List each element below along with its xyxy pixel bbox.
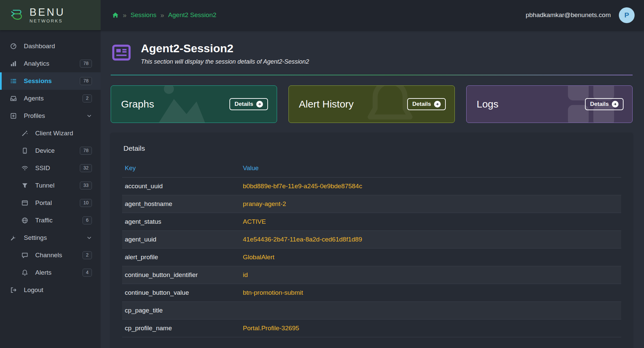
card-title: Alert History xyxy=(299,98,354,110)
brand-subname: NETWORKS xyxy=(30,19,65,23)
sidebar-item-label: Portal xyxy=(35,199,52,207)
page-title: Agent2-Session2 xyxy=(141,42,309,55)
row-value: btn-promotion-submit xyxy=(240,284,621,302)
device-icon xyxy=(21,147,30,154)
agents-icon xyxy=(10,95,18,102)
sidebar-item-label: Agents xyxy=(24,95,44,102)
window-icon xyxy=(21,200,30,206)
sidebar-item-client-wizard[interactable]: Client Wizard xyxy=(0,125,101,142)
row-value: b0bd889e-bf7e-11e9-a245-0e9bde87584c xyxy=(240,178,621,195)
sidebar-item-logout[interactable]: Logout xyxy=(0,281,101,299)
benu-bird-icon xyxy=(9,7,25,23)
count-badge: 2 xyxy=(83,94,92,102)
brand-name: BENU xyxy=(30,7,65,17)
card-alert-history: Alert History Details xyxy=(288,85,455,123)
graphs-details-button[interactable]: Details xyxy=(229,98,268,110)
alert-history-details-button[interactable]: Details xyxy=(407,98,446,110)
sidebar-item-analytics[interactable]: Analytics 78 xyxy=(0,55,101,72)
table-row: account_uuid b0bd889e-bf7e-11e9-a245-0e9… xyxy=(122,178,621,195)
main-content: Agent2-Session2 This section will displa… xyxy=(101,30,644,348)
avatar[interactable]: P xyxy=(619,7,635,23)
count-badge: 6 xyxy=(83,216,92,224)
page-header: Agent2-Session2 This section will displa… xyxy=(111,42,633,65)
row-key: continue_button_identifier xyxy=(122,266,240,284)
sidebar-item-settings[interactable]: Settings xyxy=(0,229,101,247)
count-badge: 4 xyxy=(83,269,92,276)
sidebar-item-label: Client Wizard xyxy=(35,130,73,137)
bell-icon xyxy=(21,269,30,276)
funnel-icon xyxy=(21,182,30,189)
sidebar-item-label: Tunnel xyxy=(35,182,54,189)
summary-cards: Graphs Details Alert History Details Log… xyxy=(111,85,633,123)
table-row: cp_page_title xyxy=(122,302,621,320)
chevron-down-icon xyxy=(87,235,92,240)
count-badge: 32 xyxy=(80,164,92,172)
arrow-circle-right-icon xyxy=(256,101,263,108)
sidebar-item-ssid[interactable]: SSID 32 xyxy=(0,159,101,177)
sidebar-item-profiles[interactable]: Profiles xyxy=(0,107,101,125)
table-row: continue_button_value btn-promotion-subm… xyxy=(122,284,621,302)
logs-details-button[interactable]: Details xyxy=(585,98,624,110)
table-row: cp_profile_name Portal.Profile-32695 xyxy=(122,320,621,337)
breadcrumb-separator: » xyxy=(123,11,126,19)
column-header-value[interactable]: Value xyxy=(240,160,621,178)
breadcrumb-link-1[interactable]: Agent2 Session2 xyxy=(168,11,216,19)
logout-icon xyxy=(10,287,18,293)
row-key: agent_status xyxy=(122,213,240,231)
count-badge: 78 xyxy=(80,77,92,85)
home-icon[interactable] xyxy=(112,12,119,18)
row-key: agent_hostname xyxy=(122,195,240,213)
sidebar-item-label: Sessions xyxy=(24,77,52,85)
details-heading: Details xyxy=(123,144,621,152)
table-row: continue_button_identifier id xyxy=(122,266,621,284)
page-subtitle: This section will display the session de… xyxy=(141,58,309,65)
count-badge: 33 xyxy=(80,182,92,189)
row-value: ACTIVE xyxy=(240,213,621,231)
sidebar-item-channels[interactable]: Channels 2 xyxy=(0,247,101,264)
analytics-icon xyxy=(10,60,18,67)
row-value xyxy=(240,302,621,320)
row-key: cp_page_title xyxy=(122,302,240,320)
breadcrumb-link-0[interactable]: Sessions xyxy=(130,11,156,19)
sidebar-item-agents[interactable]: Agents 2 xyxy=(0,90,101,107)
row-value: GlobalAlert xyxy=(240,249,621,266)
row-key: cp_profile_name xyxy=(122,320,240,337)
sidebar-item-label: Channels xyxy=(35,252,62,259)
chevron-down-icon xyxy=(87,113,92,119)
wrench-icon xyxy=(10,234,18,241)
sidebar-item-device[interactable]: Device 78 xyxy=(0,142,101,159)
wifi-icon xyxy=(21,165,30,171)
sidebar-item-tunnel[interactable]: Tunnel 33 xyxy=(0,177,101,194)
sidebar-item-label: Settings xyxy=(24,234,47,241)
row-value: Portal.Profile-32695 xyxy=(240,320,621,337)
row-value: pranay-agent-2 xyxy=(240,195,621,213)
row-value: 41e54436-2b47-11ea-8a2d-ced61d8f1d89 xyxy=(240,231,621,249)
sessions-icon xyxy=(10,78,18,84)
details-panel: Details Key Value account_uuid b0bd889e-… xyxy=(111,133,633,348)
card-graphs: Graphs Details xyxy=(111,85,277,123)
globe-icon xyxy=(21,217,30,224)
sidebar-item-sessions[interactable]: Sessions 78 xyxy=(0,72,101,90)
chart-watermark-icon xyxy=(151,85,212,123)
brand-logo[interactable]: BENU NETWORKS xyxy=(0,0,101,30)
sidebar-item-dashboard[interactable]: Dashboard xyxy=(0,38,101,55)
row-key: account_uuid xyxy=(122,178,240,195)
sidebar-item-traffic[interactable]: Traffic 6 xyxy=(0,212,101,229)
count-badge: 78 xyxy=(80,147,92,154)
column-header-key[interactable]: Key xyxy=(122,160,240,178)
card-logs: Logs Details xyxy=(466,85,633,123)
row-key: continue_button_value xyxy=(122,284,240,302)
count-badge: 2 xyxy=(83,251,92,259)
sidebar-item-alerts[interactable]: Alerts 4 xyxy=(0,264,101,281)
count-badge: 78 xyxy=(80,60,92,67)
row-key: agent_uuid xyxy=(122,231,240,249)
sidebar-item-label: Logout xyxy=(24,286,43,294)
wizard-icon xyxy=(21,130,30,137)
sidebar: Dashboard Analytics 78 Sessions 78 Agent… xyxy=(0,30,101,348)
table-row: agent_status ACTIVE xyxy=(122,213,621,231)
user-email: pbhadkamkar@benunets.com xyxy=(526,11,611,19)
sidebar-item-label: Analytics xyxy=(24,60,49,67)
profiles-icon xyxy=(10,113,18,119)
sidebar-item-portal[interactable]: Portal 10 xyxy=(0,194,101,212)
breadcrumb: »Sessions»Agent2 Session2 xyxy=(112,11,216,19)
